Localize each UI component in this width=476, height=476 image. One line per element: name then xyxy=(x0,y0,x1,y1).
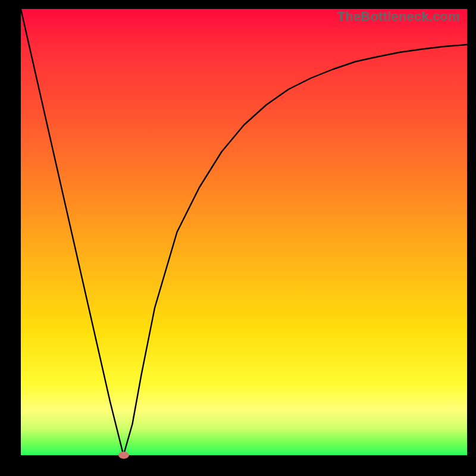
bottleneck-curve xyxy=(21,9,467,455)
minimum-marker xyxy=(118,452,129,459)
plot-area: TheBottleneck.com xyxy=(21,9,467,455)
chart-frame: TheBottleneck.com xyxy=(0,0,476,476)
curve-svg xyxy=(21,9,467,455)
